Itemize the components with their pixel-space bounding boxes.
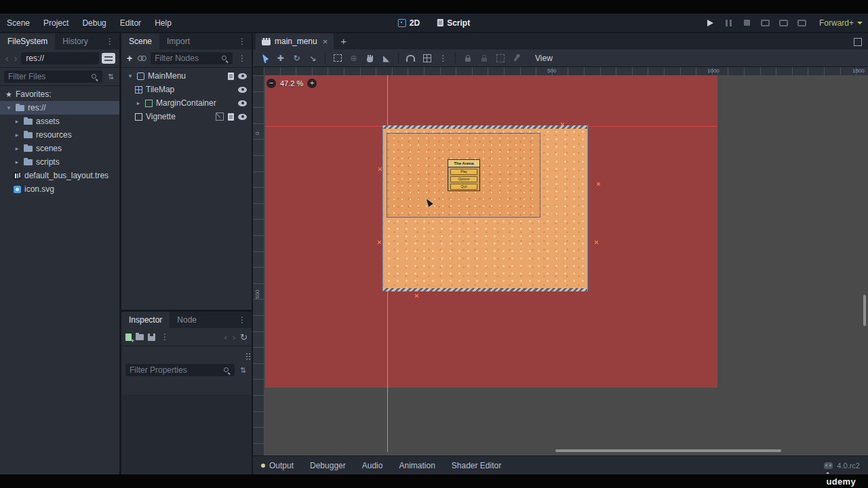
instance-scene-icon[interactable] <box>138 56 146 62</box>
panel-audio-button[interactable]: Audio <box>354 461 391 470</box>
chevron-down-icon[interactable]: ▾ <box>127 73 134 79</box>
resource-options-icon[interactable]: ⋮ <box>159 329 170 345</box>
scene-tree-menu-icon[interactable]: ⋮ <box>237 50 248 66</box>
load-resource-icon[interactable] <box>136 334 144 340</box>
snap-options-button[interactable]: ⋮ <box>437 52 449 64</box>
list-select-tool-button[interactable] <box>332 52 343 64</box>
new-scene-tab-button[interactable]: + <box>334 33 353 49</box>
folder-assets-row[interactable]: ▸ assets <box>0 115 119 128</box>
sort-files-icon[interactable]: ⇅ <box>106 73 115 81</box>
folder-resources-row[interactable]: ▸ resources <box>0 128 119 142</box>
tab-inspector[interactable]: Inspector <box>121 312 170 328</box>
panel-output-button[interactable]: Output <box>253 461 302 470</box>
vertical-ruler[interactable]: 0 500 <box>253 75 264 455</box>
pan-tool-button[interactable] <box>364 52 376 64</box>
save-resource-icon[interactable] <box>148 333 155 341</box>
play-scene-button[interactable] <box>778 18 789 28</box>
zoom-in-button[interactable]: + <box>307 79 317 88</box>
horizontal-scrollbar[interactable] <box>555 449 781 452</box>
panel-debugger-button[interactable]: Debugger <box>302 461 354 470</box>
node-tilemap-row[interactable]: TileMap <box>121 83 252 96</box>
new-resource-icon[interactable] <box>125 333 132 341</box>
folder-scenes-row[interactable]: ▸ scenes <box>0 142 119 155</box>
2d-canvas[interactable]: The Arena Play Options Quit 500 1000 150… <box>253 67 868 455</box>
expand-viewport-icon[interactable] <box>854 38 862 46</box>
menu-editor[interactable]: Editor <box>113 18 148 28</box>
res-root-row[interactable]: ▾ res:// <box>0 101 119 115</box>
display-mode-button[interactable] <box>102 53 115 64</box>
visibility-eye-icon[interactable] <box>238 100 247 106</box>
pivot-tool-button[interactable]: ⊕ <box>348 52 359 64</box>
node-mainmenu-row[interactable]: ▾ MainMenu <box>121 69 252 83</box>
chevron-down-icon[interactable]: ▾ <box>5 104 12 111</box>
node-vignette-row[interactable]: Vignette <box>121 110 252 123</box>
tab-scene[interactable]: Scene <box>121 33 159 49</box>
chevron-right-icon[interactable]: ▸ <box>135 100 142 106</box>
selection-handle[interactable] <box>596 182 601 186</box>
workspace-2d-button[interactable]: 2D <box>398 18 420 28</box>
add-node-button[interactable]: + <box>125 53 134 64</box>
folder-scripts-row[interactable]: ▸ scripts <box>0 155 119 169</box>
selection-handle[interactable] <box>414 293 419 298</box>
vertical-scrollbar[interactable] <box>863 295 866 326</box>
file-icon-svg-row[interactable]: icon.svg <box>0 182 119 196</box>
back-icon[interactable]: ‹ <box>4 53 10 64</box>
filter-nodes-input[interactable]: Filter Nodes <box>151 52 233 64</box>
menu-scene[interactable]: Scene <box>0 18 37 28</box>
tab-filesystem[interactable]: FileSystem <box>0 33 55 49</box>
renderer-dropdown[interactable]: Forward+ <box>819 18 863 28</box>
inspector-menu-icon[interactable]: ⋮ <box>233 312 252 328</box>
tab-main-menu-scene[interactable]: main_menu × <box>256 33 334 49</box>
grid-snap-button[interactable] <box>421 52 433 64</box>
lock-node-button[interactable] <box>462 52 473 64</box>
pause-button[interactable] <box>724 18 734 28</box>
workspace-script-button[interactable]: Script <box>437 18 470 28</box>
visibility-eye-icon[interactable] <box>238 87 247 93</box>
shader-material-icon[interactable] <box>216 113 224 121</box>
play-button[interactable] <box>705 18 716 28</box>
skeleton-options-button[interactable] <box>511 52 522 64</box>
group-node-button[interactable] <box>494 52 506 64</box>
history-back-icon[interactable]: ‹ <box>223 332 227 342</box>
tab-node[interactable]: Node <box>170 312 204 328</box>
zoom-level[interactable]: 47.2 % <box>280 79 303 87</box>
horizontal-ruler[interactable]: 500 1000 1500 <box>264 67 868 75</box>
selection-handle[interactable] <box>560 122 565 127</box>
property-name-style-icon[interactable]: ⇅ <box>239 366 248 375</box>
attached-script-icon[interactable] <box>228 113 234 121</box>
menu-debug[interactable]: Debug <box>75 18 113 28</box>
close-icon[interactable]: × <box>323 37 328 47</box>
extra-options-icon[interactable] <box>246 353 248 354</box>
game-scene-render[interactable]: The Arena Play Options Quit <box>383 126 587 291</box>
zoom-out-button[interactable]: − <box>267 79 276 88</box>
forward-icon[interactable]: › <box>13 53 19 64</box>
view-menu-button[interactable]: View <box>535 54 553 63</box>
movie-mode-button[interactable] <box>760 18 771 28</box>
move-tool-button[interactable]: ✚ <box>275 52 286 64</box>
selection-handle[interactable] <box>594 240 599 245</box>
history-forward-icon[interactable]: › <box>232 332 236 342</box>
stop-button[interactable] <box>742 18 753 28</box>
tab-import[interactable]: Import <box>159 33 197 49</box>
filter-files-input[interactable]: Filter Files <box>4 70 102 83</box>
scale-tool-button[interactable]: ↘ <box>307 52 319 64</box>
ruler-tool-button[interactable]: ◣ <box>380 52 392 64</box>
rotate-tool-button[interactable]: ↻ <box>291 52 302 64</box>
menu-project[interactable]: Project <box>37 18 75 28</box>
filter-properties-input[interactable]: Filter Properties <box>125 364 235 376</box>
chevron-right-icon[interactable]: ▸ <box>14 159 20 165</box>
object-history-icon[interactable]: ↻ <box>240 332 248 342</box>
select-tool-button[interactable] <box>258 52 270 64</box>
visibility-eye-icon[interactable] <box>238 73 247 79</box>
selection-handle[interactable] <box>377 240 382 245</box>
chevron-right-icon[interactable]: ▸ <box>14 118 20 125</box>
filesystem-menu-icon[interactable]: ⋮ <box>100 33 119 49</box>
file-default-bus-layout-row[interactable]: default_bus_layout.tres <box>0 169 119 182</box>
current-path-field[interactable]: res:// <box>21 52 99 64</box>
chevron-right-icon[interactable]: ▸ <box>14 145 20 152</box>
panel-shader-editor-button[interactable]: Shader Editor <box>443 461 509 470</box>
play-custom-scene-button[interactable] <box>797 18 808 28</box>
selection-handle[interactable] <box>378 167 382 171</box>
panel-animation-button[interactable]: Animation <box>391 461 443 470</box>
scene-menu-icon[interactable]: ⋮ <box>233 33 252 49</box>
